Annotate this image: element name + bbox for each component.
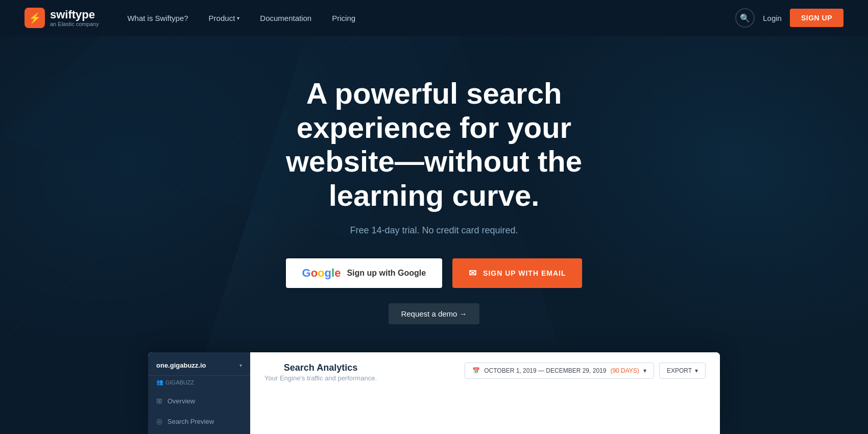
- panel-main: Search Analytics Your Engine's traffic a…: [250, 352, 720, 434]
- logo[interactable]: ⚡ swiftype an Elastic company: [25, 8, 99, 28]
- logo-subtitle: an Elastic company: [50, 21, 99, 27]
- request-demo-button[interactable]: Request a demo →: [389, 303, 479, 324]
- nav-product[interactable]: Product ▾: [201, 10, 248, 27]
- dashboard-panel: one.gigabuzz.io ▾ 👥 GIGABUZZ ⊞ Overview …: [148, 352, 720, 434]
- signup-google-button[interactable]: Google Sign up with Google: [286, 258, 443, 288]
- hero-title: A powerful search experience for your we…: [255, 77, 613, 213]
- users-icon: 👥: [156, 379, 163, 385]
- logo-name: swiftype: [50, 9, 99, 21]
- nav-right: 🔍 Login SIGN UP: [735, 8, 843, 28]
- logo-text: swiftype an Elastic company: [50, 9, 99, 27]
- nav-documentation[interactable]: Documentation: [252, 10, 320, 27]
- panel-main-header: Search Analytics Your Engine's traffic a…: [264, 363, 706, 382]
- page-wrapper: ⚡ swiftype an Elastic company What is Sw…: [0, 0, 868, 434]
- panel-title: Search Analytics: [264, 363, 377, 373]
- hero-section: A powerful search experience for your we…: [0, 36, 868, 434]
- search-icon: 🔍: [740, 13, 750, 23]
- logo-icon: ⚡: [25, 8, 45, 28]
- sidebar-subdomain: 👥 GIGABUZZ: [148, 376, 250, 391]
- navbar: ⚡ swiftype an Elastic company What is Sw…: [0, 0, 868, 36]
- overview-icon: ⊞: [156, 397, 162, 405]
- panel-sidebar: one.gigabuzz.io ▾ 👥 GIGABUZZ ⊞ Overview …: [148, 352, 250, 434]
- date-chevron-icon: ▾: [643, 367, 646, 374]
- panel-controls: 📅 OCTOBER 1, 2019 — DECEMBER 29, 2019 (9…: [465, 363, 706, 379]
- email-icon: ✉: [469, 268, 477, 279]
- nav-pricing[interactable]: Pricing: [324, 10, 364, 27]
- hero-content: A powerful search experience for your we…: [25, 77, 843, 324]
- hero-buttons: Google Sign up with Google ✉ SIGN UP WIT…: [25, 258, 843, 288]
- date-range-text: OCTOBER 1, 2019 — DECEMBER 29, 2019: [484, 367, 606, 374]
- sidebar-domain: one.gigabuzz.io: [156, 361, 206, 369]
- search-preview-icon: ◎: [156, 417, 162, 425]
- export-chevron-icon: ▾: [695, 367, 698, 374]
- date-range-button[interactable]: 📅 OCTOBER 1, 2019 — DECEMBER 29, 2019 (9…: [465, 363, 654, 379]
- panel-description: Your Engine's traffic and performance.: [264, 374, 377, 382]
- nav-what-is-swiftype[interactable]: What is Swiftype?: [119, 10, 196, 27]
- sidebar-header: one.gigabuzz.io ▾: [148, 352, 250, 376]
- sidebar-item-search-preview[interactable]: ◎ Search Preview: [148, 411, 250, 431]
- chevron-down-icon: ▾: [237, 15, 239, 21]
- sidebar-chevron-icon: ▾: [239, 363, 242, 368]
- login-link[interactable]: Login: [763, 14, 782, 22]
- search-button[interactable]: 🔍: [735, 8, 755, 28]
- export-button[interactable]: EXPORT ▾: [659, 363, 706, 379]
- nav-signup-button[interactable]: SIGN UP: [790, 9, 843, 27]
- nav-links: What is Swiftype? Product ▾ Documentatio…: [119, 10, 735, 27]
- date-range-days: (90 DAYS): [610, 367, 639, 374]
- hero-subtitle: Free 14-day trial. No credit card requir…: [25, 225, 843, 236]
- signup-email-button[interactable]: ✉ SIGN UP WITH EMAIL: [452, 258, 582, 288]
- sidebar-item-overview[interactable]: ⊞ Overview: [148, 391, 250, 411]
- panel-title-area: Search Analytics Your Engine's traffic a…: [264, 363, 377, 382]
- calendar-icon: 📅: [472, 367, 480, 374]
- google-icon: Google: [302, 267, 341, 280]
